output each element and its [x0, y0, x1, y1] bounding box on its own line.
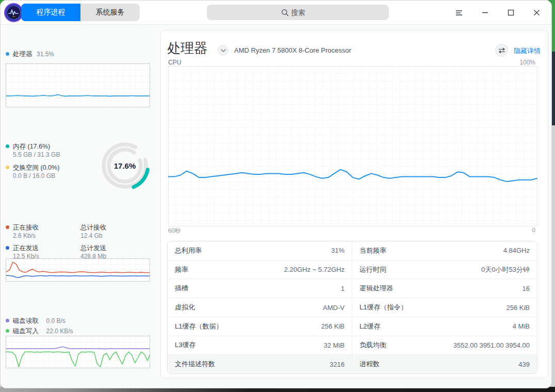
page-title: 处理器: [167, 39, 207, 57]
minimize-button[interactable]: [477, 5, 493, 21]
tab-processes[interactable]: 程序进程: [21, 4, 80, 21]
menu-button[interactable]: [451, 5, 467, 21]
swap-icon: [498, 47, 505, 54]
chart-y-label: CPU: [168, 59, 181, 66]
svg-text:CPU: CPU: [12, 16, 16, 18]
minimize-icon: [482, 9, 488, 16]
search-icon: [281, 9, 289, 17]
table-row: 总利用率 31%: [168, 241, 352, 260]
menu-icon: [455, 10, 463, 16]
cpu-model-name: AMD Ryzen 7 5800X 8-Core Processor: [234, 46, 351, 54]
maximize-icon: [508, 9, 514, 16]
chevron-down-icon: [221, 49, 226, 52]
sidebar-item-network[interactable]: 正在接收 2.6 Kb/s 总计接收 12.4 Gb 正在发送 12.5 Kb/…: [6, 222, 150, 260]
table-row: 逻辑处理器 16: [352, 279, 537, 298]
table-row: 负载均衡 3552.00 3951.00 3954.00: [352, 336, 537, 355]
cpu-main-chart: [168, 66, 537, 226]
memory-label: 内存 (17.6%): [13, 143, 50, 150]
swap-legend-dot: [6, 166, 9, 169]
net-send-label: 正在发送: [13, 244, 39, 252]
disk-mini-chart: [6, 336, 150, 368]
disk-read-value: 0.0 B/s: [46, 317, 65, 324]
cpu-legend-dot: [6, 52, 9, 56]
disk-write-value: 22.0 KB/s: [46, 328, 73, 335]
swap-detail: 0.0 B / 16.0 GB: [13, 172, 60, 179]
disk-read-dot: [6, 319, 9, 322]
info-table-left-column: 总利用率 31% 频率 2.20GHz ~ 5.72GHz 插槽 1 虚拟化 A…: [168, 241, 352, 373]
chart-x-left-label: 60秒: [168, 227, 181, 235]
cpu-info-table: 总利用率 31% 频率 2.20GHz ~ 5.72GHz 插槽 1 虚拟化 A…: [167, 241, 537, 374]
table-row: 运行时间 0天0小时53分钟: [352, 260, 537, 280]
disk-read-label: 磁盘读取: [13, 317, 39, 324]
close-icon: [533, 9, 540, 16]
disk-write-label: 磁盘写入: [13, 328, 39, 335]
info-table-right-column: 当前频率 4.84GHz 运行时间 0天0小时53分钟 逻辑处理器 16 L1缓…: [352, 241, 537, 373]
app-icon: CPU: [4, 3, 23, 22]
net-recv-total-value: 12.4 Gb: [80, 232, 106, 239]
memory-legend-dot: [6, 144, 9, 148]
net-recv-dot: [6, 225, 9, 229]
cpu-percent: 31.5%: [37, 51, 54, 58]
close-button[interactable]: [529, 5, 544, 21]
chart-max-label: 100%: [519, 59, 535, 66]
network-mini-chart: [6, 258, 150, 282]
table-row: L1缓存（指令） 256 KiB: [352, 298, 537, 317]
cpu-label: 处理器: [13, 51, 32, 58]
sidebar-item-disk[interactable]: 磁盘读取 0.0 B/s 磁盘写入 22.0 KB/s: [6, 316, 73, 336]
table-row: L2缓存 4 MiB: [352, 317, 537, 336]
search-box[interactable]: [207, 5, 389, 20]
net-recv-value: 2.6 Kb/s: [13, 232, 80, 239]
cpu-mini-chart: [6, 63, 150, 107]
net-recv-total-label: 总计接收: [80, 224, 106, 231]
table-row: L1缓存（数据） 256 KiB: [168, 317, 352, 336]
window-controls: [451, 1, 544, 25]
tab-group: 程序进程 系统服务: [21, 4, 140, 21]
memory-ring-percent: 17.6%: [96, 161, 153, 170]
sidebar-item-memory[interactable]: 内存 (17.6%) 5.5 GB / 31.3 GB 交换空间 (0.0%) …: [6, 141, 60, 179]
memory-detail: 5.5 GB / 31.3 GB: [13, 151, 60, 158]
chart-x-right-label: 0: [532, 227, 535, 233]
net-send-total-label: 总计发送: [80, 244, 106, 252]
sidebar: 处理器 31.5% 内存 (17.6%) 5.5 GB / 31.3 GB 交换…: [1, 25, 155, 388]
table-row: 虚拟化 AMD-V: [168, 298, 352, 317]
system-monitor-window: CPU 程序进程 系统服务: [0, 0, 552, 388]
cpu-detail-card: 处理器 AMD Ryzen 7 5800X 8-Core Processor 隐…: [160, 30, 548, 379]
table-row: L3缓存 32 MiB: [168, 336, 352, 355]
titlebar: CPU 程序进程 系统服务: [1, 1, 551, 25]
net-send-dot: [6, 246, 9, 250]
tab-system-services[interactable]: 系统服务: [80, 4, 140, 21]
hide-details-link[interactable]: 隐藏详情: [514, 46, 541, 56]
device-select-button[interactable]: [218, 45, 228, 56]
maximize-button[interactable]: [503, 5, 518, 21]
content-area: 处理器 31.5% 内存 (17.6%) 5.5 GB / 31.3 GB 交换…: [1, 25, 551, 388]
disk-write-dot: [6, 329, 9, 333]
search-input[interactable]: [291, 9, 315, 17]
table-row: 频率 2.20GHz ~ 5.72GHz: [168, 260, 352, 280]
table-row: 进程数 439: [352, 355, 537, 373]
switch-view-button[interactable]: [495, 44, 508, 57]
table-row: 当前频率 4.84GHz: [352, 241, 537, 260]
net-recv-label: 正在接收: [13, 224, 39, 231]
swap-label: 交换空间 (0.0%): [13, 164, 59, 171]
sidebar-item-cpu[interactable]: 处理器 31.5%: [6, 49, 54, 59]
table-row: 插槽 1: [168, 279, 352, 298]
table-row: 文件描述符数 3216: [168, 355, 352, 373]
